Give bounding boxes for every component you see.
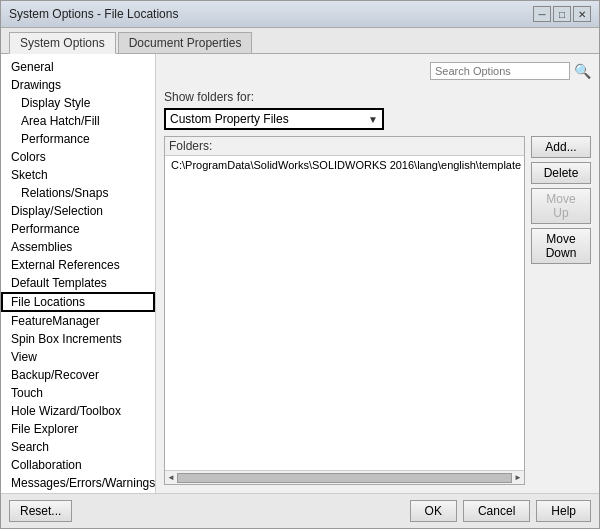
search-row: 🔍 <box>164 62 591 84</box>
search-input[interactable] <box>430 62 570 80</box>
tabs-row: System Options Document Properties <box>1 28 599 54</box>
sidebar-item-featuremanager[interactable]: FeatureManager <box>1 312 155 330</box>
scroll-thumb[interactable] <box>177 473 512 483</box>
ok-button[interactable]: OK <box>410 500 457 522</box>
tab-document-properties[interactable]: Document Properties <box>118 32 253 53</box>
horizontal-scrollbar[interactable]: ◄ ► <box>165 470 524 484</box>
folders-section: Folders: C:\ProgramData\SolidWorks\SOLID… <box>164 136 591 485</box>
sidebar-item-collaboration[interactable]: Collaboration <box>1 456 155 474</box>
minimize-button[interactable]: ─ <box>533 6 551 22</box>
sidebar-item-drawings[interactable]: Drawings <box>1 76 155 94</box>
sidebar-item-default-templates[interactable]: Default Templates <box>1 274 155 292</box>
sidebar-item-performance[interactable]: Performance <box>1 130 155 148</box>
move-down-button[interactable]: Move Down <box>531 228 591 264</box>
move-up-button[interactable]: Move Up <box>531 188 591 224</box>
scroll-right-icon[interactable]: ► <box>514 473 522 482</box>
sidebar-item-file-explorer[interactable]: File Explorer <box>1 420 155 438</box>
sidebar: GeneralDrawingsDisplay StyleArea Hatch/F… <box>1 54 156 493</box>
sidebar-item-assemblies[interactable]: Assemblies <box>1 238 155 256</box>
folders-list[interactable]: C:\ProgramData\SolidWorks\SOLIDWORKS 201… <box>165 156 524 470</box>
tab-system-options[interactable]: System Options <box>9 32 116 54</box>
dropdown-value: Custom Property Files <box>170 112 289 126</box>
help-button[interactable]: Help <box>536 500 591 522</box>
window-title: System Options - File Locations <box>9 7 178 21</box>
sidebar-item-spin-box-increments[interactable]: Spin Box Increments <box>1 330 155 348</box>
sidebar-item-external-references[interactable]: External References <box>1 256 155 274</box>
sidebar-item-backup-recover[interactable]: Backup/Recover <box>1 366 155 384</box>
bottom-bar: Reset... OK Cancel Help <box>1 493 599 528</box>
sidebar-item-touch[interactable]: Touch <box>1 384 155 402</box>
maximize-button[interactable]: □ <box>553 6 571 22</box>
sidebar-item-display-selection[interactable]: Display/Selection <box>1 202 155 220</box>
reset-button[interactable]: Reset... <box>9 500 72 522</box>
sidebar-item-sketch[interactable]: Sketch <box>1 166 155 184</box>
ok-cancel-area: OK Cancel Help <box>410 500 591 522</box>
folder-item: C:\ProgramData\SolidWorks\SOLIDWORKS 201… <box>167 158 522 172</box>
sidebar-item-relations-snaps[interactable]: Relations/Snaps <box>1 184 155 202</box>
action-buttons: Add... Delete Move Up Move Down <box>531 136 591 485</box>
sidebar-item-general[interactable]: General <box>1 58 155 76</box>
sidebar-item-search[interactable]: Search <box>1 438 155 456</box>
dropdown-arrow-icon: ▼ <box>368 114 378 125</box>
sidebar-item-colors[interactable]: Colors <box>1 148 155 166</box>
content-area: GeneralDrawingsDisplay StyleArea Hatch/F… <box>1 54 599 493</box>
close-button[interactable]: ✕ <box>573 6 591 22</box>
main-window: System Options - File Locations ─ □ ✕ Sy… <box>0 0 600 529</box>
cancel-button[interactable]: Cancel <box>463 500 530 522</box>
main-panel: 🔍 Show folders for: Custom Property File… <box>156 54 599 493</box>
sidebar-item-hole-wizard-toolbox[interactable]: Hole Wizard/Toolbox <box>1 402 155 420</box>
folders-label: Folders: <box>165 137 524 156</box>
sidebar-item-display-style[interactable]: Display Style <box>1 94 155 112</box>
sidebar-item-view[interactable]: View <box>1 348 155 366</box>
title-bar-left: System Options - File Locations <box>9 7 178 21</box>
sidebar-item-area-hatch-fill[interactable]: Area Hatch/Fill <box>1 112 155 130</box>
title-bar-controls: ─ □ ✕ <box>533 6 591 22</box>
sidebar-item-file-locations[interactable]: File Locations <box>1 292 155 312</box>
sidebar-item-performance[interactable]: Performance <box>1 220 155 238</box>
add-button[interactable]: Add... <box>531 136 591 158</box>
show-folders-label: Show folders for: <box>164 90 591 104</box>
search-button[interactable]: 🔍 <box>574 63 591 79</box>
show-folders-section: Show folders for: Custom Property Files … <box>164 90 591 130</box>
sidebar-item-messages-errors-warnings[interactable]: Messages/Errors/Warnings <box>1 474 155 492</box>
delete-button[interactable]: Delete <box>531 162 591 184</box>
folders-dropdown[interactable]: Custom Property Files ▼ <box>164 108 384 130</box>
folders-list-area: Folders: C:\ProgramData\SolidWorks\SOLID… <box>164 136 525 485</box>
scroll-left-icon[interactable]: ◄ <box>167 473 175 482</box>
title-bar: System Options - File Locations ─ □ ✕ <box>1 1 599 28</box>
